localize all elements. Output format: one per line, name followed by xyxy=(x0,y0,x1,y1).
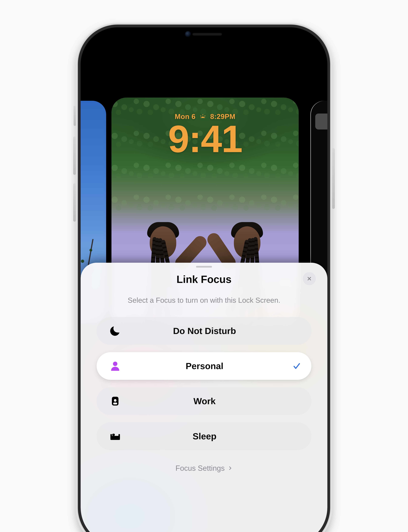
link-focus-sheet: Link Focus Select a Focus to turn on wit… xyxy=(81,263,327,532)
focus-item-label: Do Not Disturb xyxy=(121,326,300,336)
focus-item-label: Sleep xyxy=(121,431,300,442)
focus-item-dnd[interactable]: Do Not Disturb xyxy=(97,317,311,345)
moon-icon xyxy=(109,325,121,337)
close-button[interactable] xyxy=(303,272,316,285)
focus-item-work[interactable]: Work xyxy=(97,387,311,415)
volume-up-button[interactable] xyxy=(73,136,76,175)
focus-item-label: Personal xyxy=(121,361,300,371)
lockscreen-clock: Mon 6 8:29PM 9:41 xyxy=(111,113,299,156)
svg-rect-6 xyxy=(119,434,120,439)
person-icon xyxy=(109,360,121,372)
notch xyxy=(164,27,244,41)
focus-item-label: Work xyxy=(121,396,300,406)
focus-settings-label: Focus Settings xyxy=(176,464,225,472)
bed-icon xyxy=(109,430,121,442)
checkmark-icon xyxy=(293,362,301,370)
close-icon xyxy=(307,276,312,281)
focus-settings-link[interactable]: Focus Settings xyxy=(97,464,311,472)
svg-rect-7 xyxy=(112,434,115,436)
volume-down-button[interactable] xyxy=(73,183,76,222)
mute-switch[interactable] xyxy=(74,106,76,126)
svg-point-0 xyxy=(113,362,117,366)
sheet-subtitle: Select a Focus to turn on with this Lock… xyxy=(97,296,311,304)
focus-item-sleep[interactable]: Sleep xyxy=(97,422,311,450)
lockscreen-time: 9:41 xyxy=(111,122,299,156)
svg-rect-3 xyxy=(113,403,117,404)
sheet-grabber[interactable] xyxy=(196,266,212,268)
front-camera xyxy=(185,31,191,37)
focus-list: Do Not Disturb Personal xyxy=(97,317,311,450)
focus-item-personal[interactable]: Personal xyxy=(97,352,311,380)
screen: s Mon 6 xyxy=(81,27,327,532)
svg-rect-5 xyxy=(110,434,112,439)
svg-point-2 xyxy=(114,399,117,402)
side-button[interactable] xyxy=(332,148,335,209)
svg-rect-8 xyxy=(110,438,120,440)
sheet-title: Link Focus xyxy=(97,273,311,285)
earpiece xyxy=(192,33,222,36)
chevron-right-icon xyxy=(228,466,233,471)
badge-icon xyxy=(109,395,121,407)
device-frame: s Mon 6 xyxy=(76,23,332,532)
